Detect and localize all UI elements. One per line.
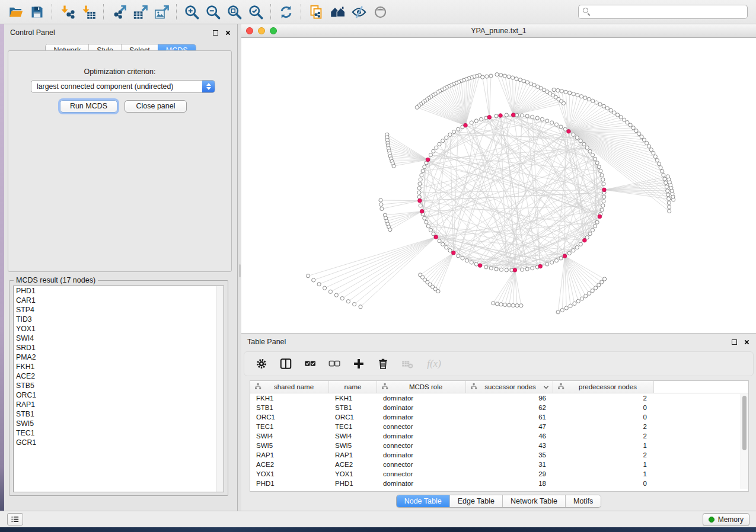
table-cell: 62 (466, 403, 553, 412)
mcds-result-item[interactable]: GCR1 (14, 438, 224, 447)
select-stepper-icon (202, 81, 215, 92)
add-entry-button[interactable] (351, 356, 366, 371)
mcds-result-item[interactable]: SRD1 (14, 343, 224, 352)
refresh-view-button[interactable] (275, 2, 296, 22)
mcds-result-item[interactable]: CAR1 (14, 296, 224, 305)
close-panel-icon[interactable] (225, 30, 231, 36)
table-cell: connector (377, 422, 466, 431)
control-panel: Control Panel NetworkStyleSelectMCDS Opt… (4, 24, 238, 511)
export-table-button[interactable] (129, 2, 151, 22)
table-cell: 46 (466, 431, 553, 441)
table-cell: 0 (553, 412, 654, 422)
import-network-button[interactable] (56, 2, 78, 22)
mcds-result-item[interactable]: PHD1 (14, 286, 224, 296)
export-network-button[interactable] (108, 2, 129, 22)
column-header-successor-nodes[interactable]: successor nodes (466, 381, 553, 393)
table-cell: 0 (553, 479, 654, 488)
mcds-result-item[interactable]: TID3 (14, 315, 224, 324)
table-cell: 2 (553, 422, 654, 431)
home-icon (330, 4, 346, 20)
delete-table-icon (401, 357, 414, 370)
column-header-name[interactable]: name (329, 381, 377, 393)
table-tab-edge-table[interactable]: Edge Table (449, 495, 502, 507)
mcds-result-item[interactable]: STB1 (14, 409, 224, 419)
table-row[interactable]: SWI4SWI4dominator462 (250, 431, 748, 441)
show-all-button[interactable] (369, 2, 391, 22)
table-row[interactable]: STB1STB1dominator620 (250, 403, 748, 412)
mcds-result-item[interactable]: FKH1 (14, 362, 224, 371)
network-canvas[interactable] (241, 38, 756, 333)
table-row[interactable]: TEC1TEC1connector472 (250, 422, 748, 431)
table-scrollbar-thumb[interactable] (742, 396, 747, 450)
select-all-check-button[interactable] (302, 356, 318, 371)
deselect-all-button[interactable] (327, 356, 342, 371)
zoom-fit-button[interactable] (224, 2, 245, 22)
table-row[interactable]: SWI5SWI5connector431 (250, 441, 748, 450)
table-cell: 29 (466, 469, 553, 479)
column-header-MCDS-role[interactable]: MCDS role (377, 381, 466, 393)
mcds-result-item[interactable]: ORC1 (14, 390, 224, 400)
export-image-button[interactable] (151, 2, 172, 22)
mcds-result-item[interactable]: PMA2 (14, 352, 224, 362)
mcds-result-item[interactable]: STB5 (14, 381, 224, 390)
main-toolbar-groups (5, 2, 391, 22)
share-document-button[interactable] (305, 2, 327, 22)
table-cell: YOX1 (329, 469, 377, 479)
table-row[interactable]: YOX1YOX1connector291 (250, 469, 748, 479)
import-table-button[interactable] (78, 2, 99, 22)
mcds-result-item[interactable]: STP4 (14, 305, 224, 315)
split-columns-button[interactable] (278, 356, 294, 371)
column-header-predecessor-nodes[interactable]: predecessor nodes (553, 381, 654, 393)
table-cell: dominator (377, 403, 466, 412)
run-mcds-button[interactable]: Run MCDS (60, 100, 117, 113)
memory-label: Memory (718, 515, 744, 524)
table-row[interactable]: FKH1FKH1dominator962 (250, 393, 748, 403)
table-cell: 47 (466, 422, 553, 431)
mcds-result-item[interactable]: SWI4 (14, 334, 224, 343)
column-header-shared-name[interactable]: shared name (250, 381, 329, 393)
delete-entry-button[interactable] (375, 356, 391, 371)
gear-button[interactable] (254, 356, 269, 371)
memory-button[interactable]: Memory (703, 513, 749, 526)
table-cell: SWI5 (250, 441, 329, 450)
save-session-button[interactable] (26, 2, 47, 22)
table-row[interactable]: RAP1RAP1dominator352 (250, 450, 748, 460)
mcds-list-scrollbar[interactable] (216, 286, 224, 492)
mcds-result-item[interactable]: YOX1 (14, 324, 224, 334)
table-tab-motifs[interactable]: Motifs (565, 495, 601, 507)
mcds-result-item[interactable]: TEC1 (14, 428, 224, 438)
close-panel-button[interactable]: Close panel (125, 100, 187, 113)
table-scrollbar[interactable] (741, 394, 748, 489)
mcds-result-item[interactable]: ACE2 (14, 371, 224, 381)
memory-status-icon (709, 517, 714, 523)
zoom-selected-button[interactable] (245, 2, 266, 22)
table-row[interactable]: ACE2ACE2connector311 (250, 460, 748, 469)
float-panel-icon[interactable] (213, 30, 218, 36)
table-cell: 2 (553, 393, 654, 403)
column-header-filler (654, 381, 748, 393)
table-row[interactable]: PHD1PHD1dominator180 (250, 479, 748, 488)
mcds-result-list[interactable]: PHD1CAR1STP4TID3YOX1SWI4SRD1PMA2FKH1ACE2… (13, 286, 224, 492)
optimization-criterion-select[interactable]: largest connected component (undirected) (31, 80, 215, 93)
toolbar-divider (270, 4, 271, 20)
show-all-icon (372, 4, 388, 20)
home-button[interactable] (327, 2, 348, 22)
criterion-selected-value: largest connected component (undirected) (37, 82, 173, 91)
hide-selected-button[interactable] (348, 2, 369, 22)
zoom-out-button[interactable] (202, 2, 224, 22)
close-table-panel-icon[interactable] (744, 339, 750, 345)
table-cell: 2 (553, 450, 654, 460)
table-cell: 43 (466, 441, 553, 450)
mcds-result-item[interactable]: SWI5 (14, 419, 224, 428)
table-tab-node-table[interactable]: Node Table (397, 495, 449, 507)
show-panels-list-button[interactable] (7, 513, 23, 525)
zoom-in-button[interactable] (181, 2, 202, 22)
table-row[interactable]: ORC1ORC1dominator610 (250, 412, 748, 422)
network-graph[interactable] (241, 38, 755, 332)
open-file-icon (8, 4, 24, 20)
float-table-panel-icon[interactable] (732, 339, 737, 345)
mcds-result-item[interactable]: RAP1 (14, 400, 224, 409)
open-file-button[interactable] (5, 2, 26, 22)
table-tab-network-table[interactable]: Network Table (502, 495, 565, 507)
search-input[interactable] (578, 5, 748, 19)
